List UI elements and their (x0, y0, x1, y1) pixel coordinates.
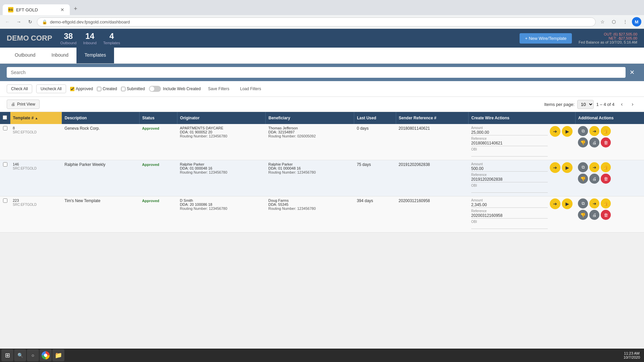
created-checkbox[interactable] (97, 87, 101, 91)
wire-action-buttons: ➔ ▶ (550, 162, 573, 173)
reference-input[interactable]: 20200312160958 (471, 213, 548, 219)
delete-button[interactable]: 🗑 (601, 137, 611, 147)
delete-button[interactable]: 🗑 (601, 174, 611, 184)
template-src: SRC:EFTGOLD (13, 130, 37, 134)
include-web-created-toggle[interactable]: Include Web Created (149, 86, 201, 92)
browser-toolbar: ← → ↻ 🔒 demo-eftgold.dev.fpsgold.com/das… (0, 15, 644, 29)
send-wire-button[interactable]: ➔ (550, 198, 560, 209)
send-wire-button[interactable]: ➔ (550, 126, 560, 137)
profile-avatar[interactable]: M (632, 17, 641, 26)
search-close-button[interactable]: ✕ (627, 67, 637, 77)
forward-button[interactable]: ➔ (589, 162, 599, 172)
create-wire-cell: Amount 25,000.00 Reference 2018080114062… (469, 124, 576, 160)
forward-button[interactable]: ➔ (589, 198, 599, 208)
copy-button[interactable]: ⧉ (578, 162, 588, 172)
lock-icon: 🔒 (42, 19, 47, 24)
obi-input[interactable] (471, 151, 548, 157)
row-checkbox[interactable] (3, 198, 7, 203)
approve-button[interactable]: 👍 (601, 162, 611, 172)
toggle-control[interactable] (149, 86, 161, 92)
row-checkbox[interactable] (3, 162, 7, 167)
reference-label: Reference (471, 209, 548, 213)
address-bar[interactable]: 🔒 demo-eftgold.dev.fpsgold.com/dashboard (37, 17, 596, 26)
deny-button[interactable]: 👎 (578, 137, 588, 147)
forward-button[interactable]: → (14, 17, 23, 26)
approve-button[interactable]: 👍 (601, 198, 611, 208)
wire-btn-row: ➔ ▶ (550, 126, 573, 137)
approved-checkbox[interactable] (70, 87, 74, 91)
load-filters-button[interactable]: Load Filters (237, 85, 265, 93)
copy-button[interactable]: ⧉ (578, 198, 588, 208)
back-button[interactable]: ← (3, 17, 12, 26)
submitted-checkbox[interactable] (121, 87, 125, 91)
browser-chrome: EG EFT GOLD ✕ + ← → ↻ 🔒 demo-eftgold.dev… (0, 0, 644, 29)
print-view-button[interactable]: 🖨 Print View (7, 100, 40, 109)
amount-input[interactable]: 2,345.00 (471, 202, 548, 208)
last-used-value: 75 days (357, 162, 371, 167)
select-all-checkbox[interactable] (3, 115, 7, 120)
check-all-button[interactable]: Check All (7, 84, 32, 93)
schedule-wire-button[interactable]: ▶ (562, 198, 573, 209)
approve-button[interactable]: 👍 (601, 126, 611, 136)
templates-count: 4 (103, 32, 120, 41)
th-template-number[interactable]: Template # ▲ (10, 112, 62, 124)
inbound-count: 14 (83, 32, 97, 41)
print-view-label: Print View (17, 102, 35, 107)
brand-name: DEMO CORP (7, 34, 52, 43)
extensions-icon[interactable]: ⬡ (609, 17, 619, 26)
template-id-cell: 8 SRC:EFTGOLD (10, 124, 62, 160)
approved-filter[interactable]: Approved (70, 86, 93, 91)
th-additional-actions: Additional Actions (575, 112, 644, 124)
sender-ref-cell: 20191202062838 (396, 160, 468, 196)
obi-input[interactable] (471, 224, 548, 229)
tab-templates[interactable]: Templates (76, 48, 114, 63)
next-page-button[interactable]: › (628, 100, 637, 109)
deny-button[interactable]: 👎 (578, 210, 588, 220)
delete-button[interactable]: 🗑 (601, 210, 611, 220)
schedule-wire-button[interactable]: ▶ (562, 126, 573, 137)
save-filters-button[interactable]: Save Filters (205, 85, 232, 93)
items-per-page-select[interactable]: 10 25 50 (577, 100, 594, 109)
print-button[interactable]: 🖨 (589, 210, 599, 220)
wire-action-buttons: ➔ ▶ (550, 126, 573, 137)
new-wire-template-button[interactable]: + New Wire/Template (520, 33, 572, 44)
new-tab-button[interactable]: + (70, 3, 82, 15)
reference-input[interactable]: 20180801140621 (471, 140, 548, 146)
originator-dda: DDA: 01 000048 16 (180, 166, 263, 170)
tab-close-button[interactable]: ✕ (60, 7, 64, 12)
sender-ref-cell: 20200312160958 (396, 196, 468, 233)
amount-input[interactable]: 500.00 (471, 166, 548, 172)
inbound-stat: 14 Inbound (83, 32, 97, 45)
send-wire-button[interactable]: ➔ (550, 162, 560, 173)
print-button[interactable]: 🖨 (589, 137, 599, 147)
forward-button[interactable]: ➔ (589, 126, 599, 136)
url-text: demo-eftgold.dev.fpsgold.com/dashboard (50, 19, 130, 24)
search-input[interactable] (7, 67, 626, 78)
copy-button[interactable]: ⧉ (578, 126, 588, 136)
menu-icon[interactable]: ⋮ (621, 17, 630, 26)
tab-inbound[interactable]: Inbound (44, 48, 77, 63)
reference-input[interactable]: 20191202062838 (471, 177, 548, 182)
prev-page-button[interactable]: ‹ (617, 100, 627, 109)
beneficiary-name: Thomas Jefferson (268, 126, 352, 130)
amount-input[interactable]: 25,000.00 (471, 130, 548, 135)
additional-actions-group: ⧉ ➔ 👍 👎 🖨 🗑 (578, 198, 641, 220)
row-checkbox[interactable] (3, 126, 7, 130)
schedule-wire-button[interactable]: ▶ (562, 162, 573, 173)
reference-group: Reference 20191202062838 (471, 173, 548, 182)
beneficiary-dda: DDA: 32154897 (268, 130, 352, 134)
submitted-filter[interactable]: Submitted (121, 86, 145, 91)
tab-outbound[interactable]: Outbound (7, 48, 44, 63)
originator-routing: Routing Number: 123456780 (180, 134, 263, 138)
status-cell: Approved (139, 160, 177, 196)
bookmark-star-icon[interactable]: ☆ (598, 17, 607, 26)
reference-label: Reference (471, 137, 548, 140)
uncheck-all-button[interactable]: Uncheck All (36, 84, 66, 93)
refresh-button[interactable]: ↻ (25, 17, 35, 26)
table-row: 223 SRC:EFTGOLD Tim's New Template Appro… (0, 196, 644, 233)
created-filter[interactable]: Created (97, 86, 117, 91)
deny-button[interactable]: 👎 (578, 174, 588, 184)
print-button[interactable]: 🖨 (589, 174, 599, 184)
obi-input[interactable] (471, 187, 548, 193)
template-id-cell: 146 SRC:EFTGOLD (10, 160, 62, 196)
